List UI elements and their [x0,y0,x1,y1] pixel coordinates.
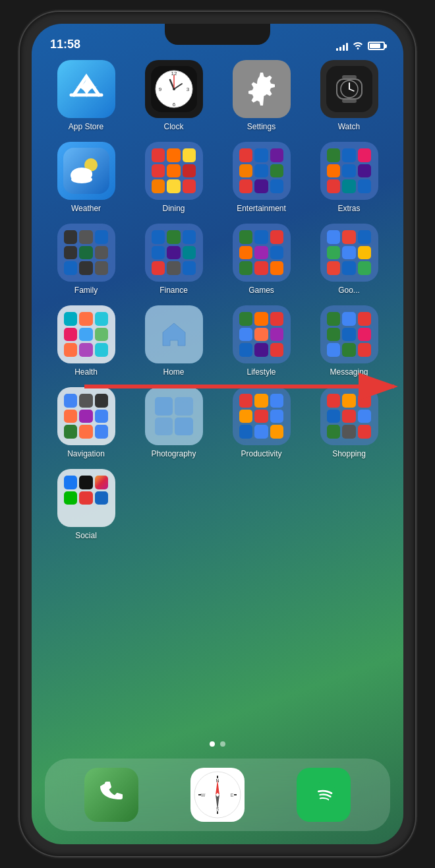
app-photography-label: Photography [151,449,196,458]
app-entertainment-label: Entertainment [237,204,286,213]
svg-text:S: S [216,807,219,811]
app-appstore-label: App Store [69,122,103,131]
app-dining-label: Dining [162,204,185,213]
phone-frame: 11:58 [20,12,415,856]
app-home[interactable]: Home [132,305,215,377]
app-grid: ✦ App Store 12 3 6 [42,60,393,540]
status-time: 11:58 [50,38,80,51]
app-weather-label: Weather [71,204,101,213]
app-google[interactable]: Goo... [308,224,390,295]
app-navigation[interactable]: Navigation [45,387,127,458]
app-watch[interactable]: Watch [308,60,390,131]
notch [165,24,270,45]
app-games[interactable]: Games [220,224,303,295]
app-social[interactable]: Social [45,469,127,540]
app-family-label: Family [74,286,98,295]
svg-text:6: 6 [172,102,175,108]
app-google-label: Goo... [338,286,360,295]
app-appstore[interactable]: ✦ App Store [45,60,127,131]
app-lifestyle[interactable]: Lifestyle [220,305,303,377]
app-extras-label: Extras [337,204,360,213]
app-home-label: Home [163,367,184,377]
app-clock[interactable]: 12 3 6 9 Clock [132,60,215,131]
status-icons [336,40,385,51]
app-navigation-label: Navigation [67,449,105,458]
app-extras[interactable]: Extras [308,142,390,213]
app-games-label: Games [248,286,274,295]
svg-text:3: 3 [186,86,189,92]
app-lifestyle-label: Lifestyle [246,367,276,377]
app-family[interactable]: Family [45,224,127,295]
svg-text:N: N [216,778,219,783]
phone-screen: 11:58 [32,24,403,844]
dot-1 [210,741,215,747]
battery-icon [368,42,385,50]
dock-safari[interactable]: N E S W [190,768,245,822]
app-photography[interactable]: Photography [132,387,215,458]
app-settings-label: Settings [247,122,276,131]
wifi-icon [352,40,364,51]
app-entertainment[interactable]: Entertainment [220,142,303,213]
svg-point-11 [173,88,175,90]
svg-text:9: 9 [158,86,161,92]
app-weather[interactable]: Weather [45,142,127,213]
dock-phone[interactable] [84,768,138,822]
app-productivity-label: Productivity [241,449,281,458]
svg-text:E: E [231,793,234,797]
app-health[interactable]: Health [45,305,127,377]
app-shopping-label: Shopping [332,449,366,458]
app-messaging[interactable]: Messaging [308,305,390,377]
dock-spotify[interactable] [297,768,351,822]
dock: N E S W [45,759,390,831]
app-clock-label: Clock [163,122,183,131]
app-finance[interactable]: Finance [132,224,215,295]
signal-icon [336,42,348,51]
app-health-label: Health [74,367,98,377]
app-dining[interactable]: Dining [132,142,215,213]
app-watch-label: Watch [338,122,361,131]
svg-point-24 [71,175,92,183]
app-shopping[interactable]: Shopping [308,387,390,458]
dot-2 [220,741,225,747]
page-dots [32,741,403,747]
app-social-label: Social [75,531,97,540]
app-finance-label: Finance [160,286,188,295]
app-messaging-label: Messaging [330,367,368,377]
svg-text:W: W [201,793,206,797]
app-productivity[interactable]: Productivity [220,387,303,458]
app-settings[interactable]: Settings [220,60,303,131]
